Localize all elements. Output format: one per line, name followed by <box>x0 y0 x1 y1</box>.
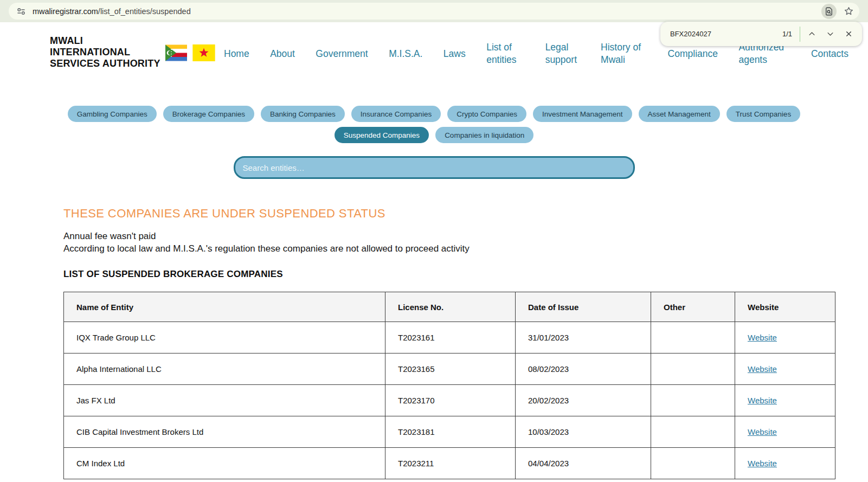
nav-item-misa[interactable]: M.I.S.A. <box>389 48 422 60</box>
license-no: T2023181 <box>385 416 516 448</box>
entity-name: IQX Trade Group LLC <box>64 322 385 354</box>
nav-item-government[interactable]: Government <box>316 48 368 60</box>
date-of-issue: 31/01/2023 <box>516 322 651 354</box>
close-icon <box>845 30 853 38</box>
table-row: IQX Trade Group LLC T2023161 31/01/2023 … <box>64 322 835 354</box>
filter-banking-companies[interactable]: Banking Companies <box>261 106 345 122</box>
url-domain: mwaliregistrar.com <box>33 7 98 16</box>
flags <box>165 44 215 61</box>
suspended-companies-table: Name of Entity License No. Date of Issue… <box>63 292 835 479</box>
nav-item-compliance[interactable]: Compliance <box>668 48 718 60</box>
website-link[interactable]: Website <box>748 364 777 374</box>
find-query-input[interactable]: BFX2024027 <box>670 30 782 38</box>
website-link[interactable]: Website <box>748 459 777 468</box>
filter-row-2: Suspended Companies Companies in liquida… <box>0 127 868 143</box>
entity-name: CM Index Ltd <box>64 448 385 479</box>
browser-toolbar: mwaliregistrar.com/list_of_entities/susp… <box>0 0 868 22</box>
filter-row-1: Gambling Companies Brokerage Companies B… <box>0 106 868 122</box>
table-row: CIB Capital Investment Brokers Ltd T2023… <box>64 416 835 448</box>
find-match-count: 1/1 <box>782 30 792 38</box>
column-header-other: Other <box>651 292 735 322</box>
logo-line-3: SERVICES AUTHORITY <box>50 58 160 69</box>
other-cell <box>651 416 735 448</box>
chevron-down-icon <box>826 30 834 38</box>
nav-item-about[interactable]: About <box>270 48 295 60</box>
nav-item-legal-support[interactable]: Legal support <box>545 41 580 66</box>
logo-line-2: INTERNATIONAL <box>50 47 160 58</box>
chevron-up-icon <box>808 30 816 38</box>
note-line-2: According to local law and M.I.S.A.'s re… <box>63 242 835 255</box>
other-cell <box>651 385 735 416</box>
filter-trust-companies[interactable]: Trust Companies <box>726 106 800 122</box>
note-line-1: Annual fee wasn't paid <box>63 230 835 242</box>
filter-suspended-companies[interactable]: Suspended Companies <box>335 127 429 143</box>
license-no: T2023161 <box>385 322 516 354</box>
nav-item-list-of-entities[interactable]: List of entities <box>486 41 524 66</box>
filter-asset-management[interactable]: Asset Management <box>639 106 720 122</box>
find-bar-divider <box>800 27 800 42</box>
address-bar[interactable]: mwaliregistrar.com/list_of_entities/susp… <box>9 3 859 20</box>
filter-crypto-companies[interactable]: Crypto Companies <box>447 106 526 122</box>
url-path: /list_of_entities/suspended <box>98 7 191 16</box>
nav-item-history-of-mwali[interactable]: History of Mwali <box>601 41 647 66</box>
nav-item-laws[interactable]: Laws <box>443 48 466 60</box>
license-no: T2023165 <box>385 354 516 385</box>
other-cell <box>651 322 735 354</box>
date-of-issue: 04/04/2023 <box>516 448 651 479</box>
other-cell <box>651 448 735 479</box>
date-of-issue: 20/02/2023 <box>516 385 651 416</box>
table-title: LIST OF SUSPENDED BROKERAGE COMPANIES <box>63 269 835 280</box>
find-in-page-icon <box>824 7 834 16</box>
bookmark-button[interactable] <box>841 4 856 19</box>
column-header-license: License No. <box>385 292 516 322</box>
filter-investment-management[interactable]: Investment Management <box>533 106 632 122</box>
other-cell <box>651 354 735 385</box>
license-no: T2023211 <box>385 448 516 479</box>
website-link[interactable]: Website <box>748 396 777 405</box>
star-icon <box>844 6 854 16</box>
table-row: CM Index Ltd T2023211 04/04/2023 Website <box>64 448 835 479</box>
table-header-row: Name of Entity License No. Date of Issue… <box>64 292 835 322</box>
entity-name: Jas FX Ltd <box>64 385 385 416</box>
find-previous-button[interactable] <box>802 25 821 43</box>
comoros-flag-icon <box>165 44 187 61</box>
search-input[interactable] <box>234 156 635 179</box>
find-in-page-button[interactable] <box>821 4 837 19</box>
tune-icon <box>16 7 26 16</box>
website-link[interactable]: Website <box>748 333 777 342</box>
entity-name: Alpha International LLC <box>64 354 385 385</box>
date-of-issue: 08/02/2023 <box>516 354 651 385</box>
logo-line-1: MWALI <box>50 35 160 47</box>
column-header-date: Date of Issue <box>516 292 651 322</box>
website-link[interactable]: Website <box>748 427 777 436</box>
main-content: THESE COMPANIES ARE UNDER SUSPENDED STAT… <box>63 207 835 479</box>
column-header-name: Name of Entity <box>64 292 385 322</box>
search-area <box>0 156 868 179</box>
entity-name: CIB Capital Investment Brokers Ltd <box>64 416 385 448</box>
find-bar: BFX2024027 1/1 <box>660 22 862 46</box>
site-logo: MWALI INTERNATIONAL SERVICES AUTHORITY <box>50 35 160 69</box>
url-text: mwaliregistrar.com/list_of_entities/susp… <box>33 7 191 16</box>
mwali-flag-icon <box>192 44 215 61</box>
filter-companies-in-liquidation[interactable]: Companies in liquidation <box>435 127 533 143</box>
filter-brokerage-companies[interactable]: Brokerage Companies <box>163 106 254 122</box>
find-close-button[interactable] <box>839 25 858 43</box>
nav-item-home[interactable]: Home <box>224 48 249 60</box>
table-row: Alpha International LLC T2023165 08/02/2… <box>64 354 835 385</box>
filter-gambling-companies[interactable]: Gambling Companies <box>68 106 157 122</box>
column-header-website: Website <box>735 292 835 322</box>
date-of-issue: 10/03/2023 <box>516 416 651 448</box>
status-heading: THESE COMPANIES ARE UNDER SUSPENDED STAT… <box>63 207 835 221</box>
nav-item-contacts[interactable]: Contacts <box>811 48 848 60</box>
filter-insurance-companies[interactable]: Insurance Companies <box>351 106 441 122</box>
table-row: Jas FX Ltd T2023170 20/02/2023 Website <box>64 385 835 416</box>
find-next-button[interactable] <box>821 25 839 43</box>
license-no: T2023170 <box>385 385 516 416</box>
site-settings-button[interactable] <box>14 4 28 18</box>
